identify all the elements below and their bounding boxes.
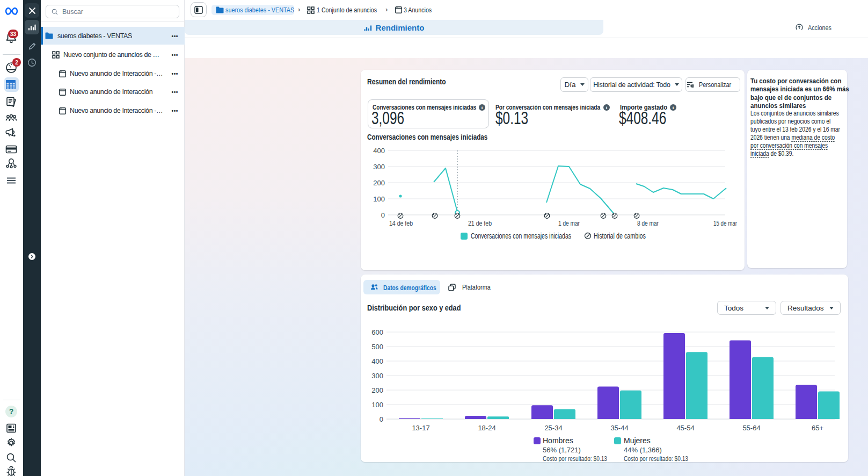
svg-text:400: 400 <box>371 357 383 365</box>
svg-text:44% (1,366): 44% (1,366) <box>624 446 662 454</box>
svg-text:600: 600 <box>371 328 383 336</box>
svg-text:Conversaciones con mensajes in: Conversaciones con mensajes iniciadas <box>471 232 571 240</box>
svg-text:14 de feb: 14 de feb <box>389 219 413 227</box>
svg-text:300: 300 <box>371 372 383 380</box>
svg-text:0: 0 <box>381 211 385 219</box>
svg-text:25-34: 25-34 <box>544 424 562 432</box>
svg-text:300: 300 <box>373 163 385 171</box>
svg-text:Historial de cambios: Historial de cambios <box>594 232 646 240</box>
svg-text:200: 200 <box>373 179 385 187</box>
svg-text:Costo por resultado: $0.13: Costo por resultado: $0.13 <box>624 455 688 462</box>
svg-text:45-54: 45-54 <box>676 424 694 432</box>
svg-text:35-44: 35-44 <box>610 424 628 432</box>
svg-text:0: 0 <box>380 415 383 423</box>
svg-text:100: 100 <box>373 195 385 203</box>
svg-text:Hombres: Hombres <box>543 436 573 445</box>
svg-text:18-24: 18-24 <box>478 424 495 432</box>
svg-text:13-17: 13-17 <box>412 424 429 432</box>
svg-text:Costo por resultado: $0.13: Costo por resultado: $0.13 <box>543 455 607 462</box>
svg-text:1 de mar: 1 de mar <box>558 219 580 227</box>
svg-text:100: 100 <box>371 401 383 409</box>
svg-text:Mujeres: Mujeres <box>624 436 651 445</box>
svg-text:8 de mar: 8 de mar <box>637 219 659 227</box>
svg-text:400: 400 <box>373 147 385 155</box>
svg-text:500: 500 <box>371 343 383 351</box>
svg-text:65+: 65+ <box>812 424 823 432</box>
svg-text:15 de mar: 15 de mar <box>713 219 737 227</box>
svg-text:200: 200 <box>371 386 383 394</box>
svg-text:56% (1,721): 56% (1,721) <box>543 446 581 454</box>
svg-text:21 de feb: 21 de feb <box>468 219 492 227</box>
svg-text:55-64: 55-64 <box>742 424 760 432</box>
